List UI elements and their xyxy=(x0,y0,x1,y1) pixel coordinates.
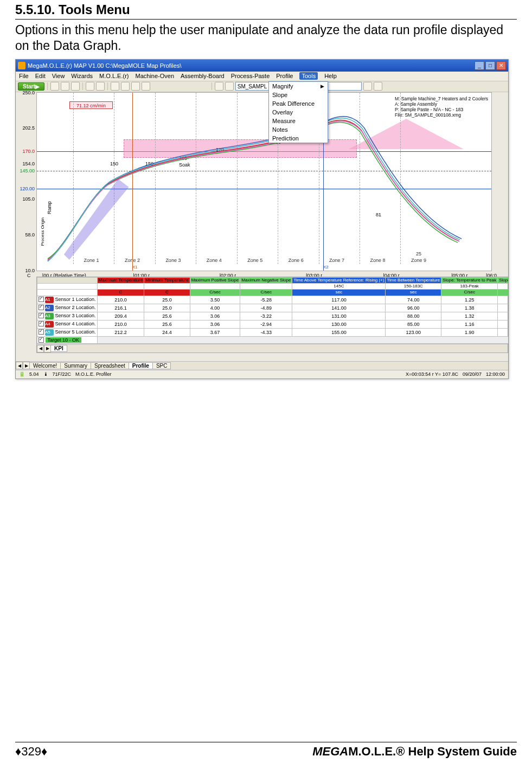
print-icon[interactable] xyxy=(71,82,80,91)
application-screenshot: MegaM.O.L.E.(r) MAP V1.00 C:\MegaMOLE Ma… xyxy=(15,59,509,379)
menu-item-prediction[interactable]: Prediction xyxy=(269,134,328,143)
table-row: A5 Sensor 5 Location.212.224.43.67-4.331… xyxy=(37,328,509,336)
submenu-arrow-icon: ▶ xyxy=(321,84,324,89)
status-temp-icon: 🌡 xyxy=(43,371,48,377)
status-volts: 5.04 xyxy=(29,371,39,377)
data-table: Maximum TemperatureMinimum Temperature M… xyxy=(36,277,508,354)
sheet-tabs: ◀▶ Welcome! Summary Spreadsheet Profile … xyxy=(16,361,508,370)
zoom-in-icon[interactable] xyxy=(86,82,94,91)
menubar: File Edit View Wizards M.O.L.E.(r) Machi… xyxy=(16,72,508,81)
data-graph[interactable]: 250.0 202.5 170.0 154.0 145.00 120.00 10… xyxy=(36,92,492,271)
window-title: MegaM.O.L.E.(r) MAP V1.00 C:\MegaMOLE Ma… xyxy=(28,62,181,69)
target-icon[interactable] xyxy=(121,82,130,91)
menu-process-paste[interactable]: Process-Paste xyxy=(231,73,270,79)
menu-item-peak-difference[interactable]: Peak Difference xyxy=(269,99,328,108)
y-axis-icon[interactable] xyxy=(215,82,223,91)
tab-profile[interactable]: Profile xyxy=(129,362,153,369)
down-icon[interactable] xyxy=(374,82,382,91)
menu-item-notes[interactable]: Notes xyxy=(269,125,328,134)
tools-dropdown: Magnify▶ Slope Peak Difference Overlay M… xyxy=(268,81,328,143)
profile-curves xyxy=(37,93,491,271)
close-button[interactable]: ✕ xyxy=(496,61,506,70)
status-profiler: M.O.L.E. Profiler xyxy=(75,371,112,377)
menu-edit[interactable]: Edit xyxy=(35,73,46,79)
sensor-checkbox[interactable] xyxy=(39,329,44,335)
status-date: 09/20/07 xyxy=(463,371,482,377)
header-row: Maximum TemperatureMinimum Temperature M… xyxy=(37,277,509,283)
menu-tools[interactable]: Tools xyxy=(299,72,318,80)
menu-machine-oven[interactable]: Machine-Oven xyxy=(135,73,174,79)
menu-item-slope[interactable]: Slope xyxy=(269,91,328,99)
table-row: A1 Sensor 1 Location.210.025.03.50-5.281… xyxy=(37,296,509,304)
grid-icon[interactable] xyxy=(131,82,140,91)
divider xyxy=(15,19,517,20)
menu-wizards[interactable]: Wizards xyxy=(71,73,93,79)
status-coords: X=00:03:54 r Y= 107.8C xyxy=(406,371,458,377)
view-icon[interactable] xyxy=(111,82,119,91)
tab-kpi[interactable]: KPI xyxy=(50,345,67,352)
down-arrow-icon[interactable] xyxy=(225,82,234,91)
zoom-out-icon[interactable] xyxy=(96,82,105,91)
save-icon[interactable] xyxy=(61,82,69,91)
menu-item-overlay[interactable]: Overlay xyxy=(269,108,328,117)
up-icon[interactable] xyxy=(363,82,372,91)
y-axis: 250.0 202.5 170.0 154.0 145.00 120.00 10… xyxy=(20,93,36,271)
subheader-row: 145C150-183C183-PeakPeak-183X1 - 76X2 - … xyxy=(37,283,509,289)
target-checkbox[interactable] xyxy=(39,337,44,343)
app-icon xyxy=(18,62,25,69)
page-number: ♦329♦ xyxy=(15,745,47,759)
open-icon[interactable] xyxy=(50,82,59,91)
tab-summary[interactable]: Summary xyxy=(60,362,91,369)
tab-welcome[interactable]: Welcome! xyxy=(29,362,61,369)
sensor-checkbox[interactable] xyxy=(39,297,44,302)
titlebar: MegaM.O.L.E.(r) MAP V1.00 C:\MegaMOLE Ma… xyxy=(16,60,508,72)
target-row: Target 10 - OK xyxy=(37,336,509,344)
status-temp: 71F/22C xyxy=(53,371,72,377)
units-row: CC C/secC/sec secsec C/secC/sec CC xyxy=(37,290,509,296)
sheet-nav-prev[interactable]: ◀ xyxy=(16,362,23,369)
y-axis-unit: C xyxy=(27,273,31,278)
body-text: Options in this menu help the user manip… xyxy=(15,22,517,54)
footer-title: MEGAM.O.L.E.® Help System Guide xyxy=(312,745,517,759)
table-row: A4 Sensor 4 Location.210.025.63.06-2.941… xyxy=(37,320,509,328)
menu-help[interactable]: Help xyxy=(324,73,337,79)
menu-item-magnify[interactable]: Magnify▶ xyxy=(269,82,328,91)
menu-item-measure[interactable]: Measure xyxy=(269,117,328,125)
kpi-tabs: ◀▶ KPI xyxy=(37,344,508,352)
toolbar: Start▶ SM_SAMPL xyxy=(16,81,508,92)
menu-profile[interactable]: Profile xyxy=(276,73,293,79)
page-footer: ♦329♦ MEGAM.O.L.E.® Help System Guide xyxy=(15,742,517,759)
start-button[interactable]: Start▶ xyxy=(18,82,44,91)
menu-view[interactable]: View xyxy=(52,73,65,79)
statusbar: 🔋5.04 🌡71F/22C M.O.L.E. Profiler X=00:03… xyxy=(16,370,508,379)
sensor-checkbox[interactable] xyxy=(39,305,44,310)
window-buttons: _ □ ✕ xyxy=(475,61,506,70)
menu-assembly-board[interactable]: Assembly-Board xyxy=(181,73,225,79)
maximize-button[interactable]: □ xyxy=(485,61,495,70)
sensor-checkbox[interactable] xyxy=(39,321,44,326)
menu-file[interactable]: File xyxy=(19,73,29,79)
tab-spc[interactable]: SPC xyxy=(152,362,171,369)
table-row: A2 Sensor 2 Location.216.125.04.00-4.891… xyxy=(37,304,509,312)
menu-mole[interactable]: M.O.L.E.(r) xyxy=(99,73,129,79)
table-row: A3 Sensor 3 Location.209.425.63.06-3.221… xyxy=(37,312,509,320)
section-heading: 5.5.10. Tools Menu xyxy=(15,2,517,17)
status-time: 12:00:00 xyxy=(486,371,505,377)
status-volts-icon: 🔋 xyxy=(19,371,25,377)
tab-spreadsheet[interactable]: Spreadsheet xyxy=(91,362,129,369)
kpi-nav-prev[interactable]: ◀ xyxy=(37,345,44,352)
sensor-checkbox[interactable] xyxy=(39,313,44,318)
help-icon[interactable] xyxy=(142,82,150,91)
minimize-button[interactable]: _ xyxy=(475,61,484,70)
